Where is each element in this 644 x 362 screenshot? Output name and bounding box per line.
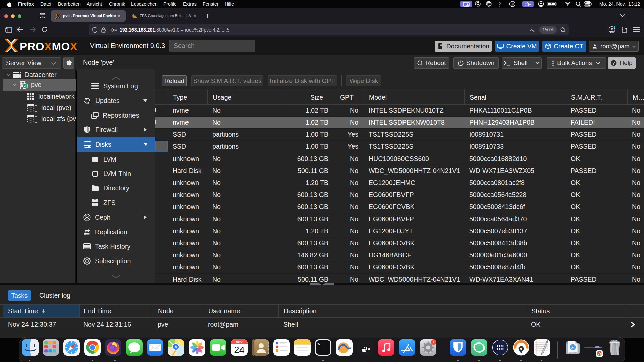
svg-text:tv: tv xyxy=(366,346,371,351)
svg-text:24: 24 xyxy=(234,345,245,355)
svg-text:1: 1 xyxy=(433,340,435,344)
svg-text:?: ? xyxy=(613,61,615,66)
svg-text:NOV: NOV xyxy=(236,340,243,344)
svg-text:DOWNLOAD: DOWNLOAD xyxy=(569,351,577,353)
svg-text:A: A xyxy=(533,29,535,33)
svg-text:GBT: GBT xyxy=(133,17,137,19)
svg-text:>_: >_ xyxy=(317,342,322,347)
